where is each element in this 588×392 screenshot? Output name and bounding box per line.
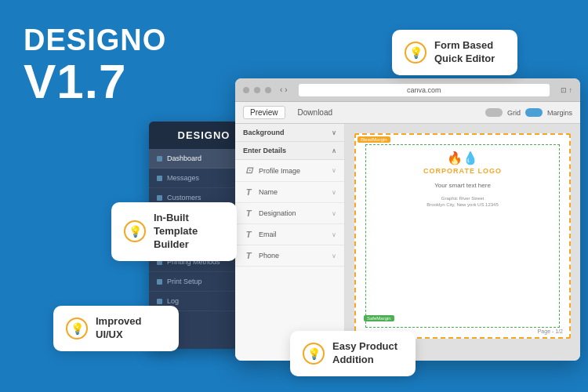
improved-bulb-icon: 💡 xyxy=(66,318,88,339)
brand-version: V1.7 xyxy=(24,57,166,106)
browser-nav: ‹› xyxy=(280,85,288,94)
browser-url: canva.com xyxy=(299,84,550,96)
canvas-address: Graphic River Street Brooklyn City, New … xyxy=(356,195,569,209)
sidebar-dot xyxy=(157,299,162,304)
grid-label: Grid xyxy=(507,109,521,117)
badge-form-text: Form Based Quick Editor xyxy=(434,39,495,66)
field-designation[interactable]: T Designation ∨ xyxy=(235,203,344,224)
badge-product: 💡 Easy Product Addition xyxy=(290,331,416,376)
badge-template: 💡 In-Built Template Builder xyxy=(111,202,237,261)
field-label-designation: Designation xyxy=(259,209,296,217)
canvas-content: BleedMargin 🔥💧 CORPORATE LOGO Your smart… xyxy=(354,133,571,339)
branding-block: DESIGNO V1.7 xyxy=(24,24,166,106)
email-icon: T xyxy=(243,230,254,239)
bleed-margin-label: BleedMargin xyxy=(358,136,390,143)
enter-details-label: Enter Details xyxy=(243,147,286,154)
sidebar-dot xyxy=(157,176,162,181)
safe-margin-label: SafeMargin xyxy=(364,315,394,321)
browser-chrome: ‹› canva.com ⊡ ↑ xyxy=(235,78,580,102)
field-arrow: ∨ xyxy=(332,252,336,260)
browser-dot-2 xyxy=(254,87,260,93)
template-bulb-icon: 💡 xyxy=(124,220,146,242)
background-label: Background xyxy=(243,129,285,136)
toolbar-preview-tab[interactable]: Preview xyxy=(243,106,285,119)
form-bulb-icon: 💡 xyxy=(405,42,426,64)
sidebar-dot xyxy=(157,156,162,162)
field-arrow: ∨ xyxy=(332,167,336,174)
field-arrow: ∨ xyxy=(332,210,336,217)
sidebar-dot xyxy=(157,195,162,201)
field-phone[interactable]: T Phone ∨ xyxy=(235,245,344,267)
app-toolbar: Preview Download Grid Margins xyxy=(235,102,580,124)
field-email[interactable]: T Email ∨ xyxy=(235,224,344,245)
form-panel: Background ∨ Enter Details ∧ ⊡ Profile I… xyxy=(235,124,345,361)
name-icon: T xyxy=(243,187,254,197)
field-label-profile: Profile Image xyxy=(259,167,300,175)
field-name[interactable]: T Name ∨ xyxy=(235,182,344,203)
canvas-panel: BleedMargin 🔥💧 CORPORATE LOGO Your smart… xyxy=(345,124,580,361)
phone-icon: T xyxy=(243,251,254,260)
browser-dot-1 xyxy=(243,87,249,93)
field-label-name: Name xyxy=(259,188,278,196)
canvas-logo-icons: 🔥💧 xyxy=(364,151,561,165)
badge-template-text: In-Built Template Builder xyxy=(154,212,198,252)
field-arrow: ∨ xyxy=(332,231,336,238)
canvas-tagline: Your smart text here xyxy=(356,182,569,189)
designation-icon: T xyxy=(243,209,254,218)
margins-toggle[interactable] xyxy=(525,108,543,117)
badge-form: 💡 Form Based Quick Editor xyxy=(392,30,517,75)
profile-image-icon: ⊡ xyxy=(243,165,254,176)
browser-controls: ⊡ ↑ xyxy=(561,86,572,94)
toolbar-right: Grid Margins xyxy=(485,108,572,117)
badge-product-text: Easy Product Addition xyxy=(332,340,397,367)
browser-dot-3 xyxy=(265,87,271,93)
main-content: Background ∨ Enter Details ∧ ⊡ Profile I… xyxy=(235,124,580,361)
enter-details-arrow: ∧ xyxy=(332,147,336,154)
main-ui-mockup: ‹› canva.com ⊡ ↑ Preview Download Grid M… xyxy=(235,78,580,361)
canvas-page-num: Page - 1/2 xyxy=(538,328,563,334)
brand-name: DESIGNO xyxy=(24,24,166,57)
grid-toggle[interactable] xyxy=(485,108,503,117)
field-label-email: Email xyxy=(259,230,277,238)
background-arrow: ∨ xyxy=(332,129,336,136)
toolbar-download-tab[interactable]: Download xyxy=(292,107,339,118)
background-section-header[interactable]: Background ∨ xyxy=(235,124,344,142)
field-arrow: ∨ xyxy=(332,189,336,196)
field-profile-image[interactable]: ⊡ Profile Image ∨ xyxy=(235,160,344,182)
badge-improved-text: Improved UI/UX xyxy=(96,315,142,342)
canvas-logo-text: CORPORATE LOGO xyxy=(364,167,561,175)
field-label-phone: Phone xyxy=(259,252,279,260)
sidebar-dot xyxy=(157,279,162,285)
margins-label: Margins xyxy=(547,109,572,117)
enter-details-header[interactable]: Enter Details ∧ xyxy=(235,142,344,160)
badge-improved: 💡 Improved UI/UX xyxy=(53,306,179,351)
product-bulb-icon: 💡 xyxy=(303,343,325,365)
